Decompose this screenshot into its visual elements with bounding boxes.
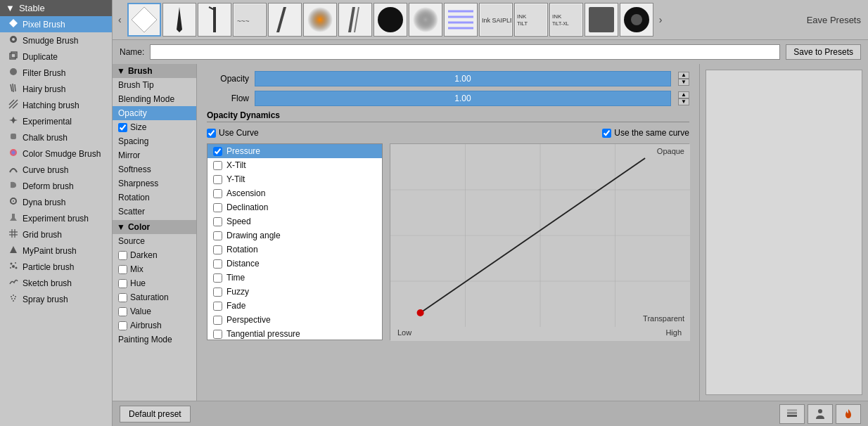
flow-down[interactable]: ▼ <box>678 98 689 105</box>
name-input[interactable] <box>150 44 780 60</box>
prop-item-rotation[interactable]: Rotation <box>113 191 196 205</box>
dynamics-item-ascension[interactable]: Ascension <box>208 186 382 200</box>
use-same-curve-label[interactable]: Use the same curve <box>602 128 689 138</box>
sidebar-item-mypaint-brush[interactable]: MyPaint brush <box>0 243 112 259</box>
dynamics-item-tangential-pressure[interactable]: Tangential pressure <box>208 327 382 340</box>
dynamics-checkbox-distance[interactable] <box>213 259 222 269</box>
brush-thumb-2[interactable] <box>198 3 231 37</box>
color-item-value[interactable]: Value <box>113 304 196 318</box>
color-item-airbrush[interactable]: Airbrush <box>113 318 196 333</box>
sidebar-item-deform-brush[interactable]: Deform brush <box>0 178 112 194</box>
brush-thumb-12[interactable]: INKTiLT-XL <box>549 3 583 37</box>
opacity-down[interactable]: ▼ <box>678 79 689 86</box>
brush-thumb-9[interactable] <box>444 3 478 37</box>
dynamics-checkbox-declination[interactable] <box>213 203 222 212</box>
prop-item-spacing[interactable]: Spacing <box>113 134 196 148</box>
prop-item-sharpness[interactable]: Sharpness <box>113 176 196 191</box>
dynamics-checkbox-drawing-angle[interactable] <box>213 231 222 240</box>
brush-thumb-14[interactable] <box>620 3 653 37</box>
sidebar-item-curve-brush[interactable]: Curve brush <box>0 162 112 178</box>
brush-thumb-7[interactable] <box>374 3 407 37</box>
dynamics-checkbox-x-tilt[interactable] <box>213 161 222 170</box>
color-item-painting-mode[interactable]: Painting Mode <box>113 333 196 347</box>
next-brush-arrow[interactable]: › <box>655 13 667 27</box>
sidebar-item-spray-brush[interactable]: Spray brush <box>0 291 112 307</box>
bottom-icon-btn-2[interactable] <box>808 404 833 424</box>
brush-thumb-10[interactable]: Ink SAIPLE <box>479 3 513 37</box>
dynamics-item-perspective[interactable]: Perspective <box>208 313 382 327</box>
use-same-curve-checkbox[interactable] <box>602 129 611 138</box>
color-checkbox-saturation[interactable] <box>118 293 127 302</box>
sidebar-item-color-smudge-brush[interactable]: Color Smudge Brush <box>0 146 112 162</box>
color-item-hue[interactable]: Hue <box>113 276 196 290</box>
dynamics-checkbox-perspective[interactable] <box>213 316 222 325</box>
color-checkbox-value[interactable] <box>118 307 127 316</box>
brush-thumb-8[interactable] <box>409 3 442 37</box>
sidebar-item-smudge-brush[interactable]: Smudge Brush <box>0 32 112 49</box>
sidebar-item-filter-brush[interactable]: Filter Brush <box>0 65 112 81</box>
sidebar-item-dyna-brush[interactable]: Dyna brush <box>0 194 112 210</box>
dynamics-item-distance[interactable]: Distance <box>208 257 382 271</box>
dynamics-checkbox-fade[interactable] <box>213 302 222 311</box>
save-presets-button[interactable]: Save to Presets <box>786 44 861 60</box>
prev-brush-arrow[interactable]: ‹ <box>114 13 126 27</box>
use-curve-checkbox[interactable] <box>207 129 216 138</box>
flow-up[interactable]: ▲ <box>678 91 689 98</box>
color-checkbox-mix[interactable] <box>118 265 127 274</box>
prop-item-mirror[interactable]: Mirror <box>113 148 196 162</box>
dynamics-checkbox-speed[interactable] <box>213 217 222 226</box>
prop-item-blending-mode[interactable]: Blending Mode <box>113 92 196 106</box>
dynamics-checkbox-fuzzy[interactable] <box>213 288 222 297</box>
prop-item-opacity[interactable]: Opacity <box>113 106 196 120</box>
brush-thumb-4[interactable] <box>268 3 302 37</box>
sidebar-item-chalk-brush[interactable]: Chalk brush <box>0 129 112 146</box>
brush-thumb-13[interactable] <box>585 3 618 37</box>
prop-item-softness[interactable]: Softness <box>113 162 196 176</box>
sidebar-item-hatching-brush[interactable]: Hatching brush <box>0 97 112 113</box>
dynamics-item-y-tilt[interactable]: Y-Tilt <box>208 172 382 186</box>
color-checkbox-hue[interactable] <box>118 279 127 288</box>
use-curve-label[interactable]: Use Curve <box>207 128 259 138</box>
brush-section-header[interactable]: ▼ Brush <box>113 64 196 78</box>
sidebar-item-pixel-brush[interactable]: Pixel Brush <box>0 16 112 32</box>
dynamics-item-speed[interactable]: Speed <box>208 214 382 228</box>
default-preset-button[interactable]: Default preset <box>120 406 191 422</box>
sidebar-item-sketch-brush[interactable]: Sketch brush <box>0 275 112 291</box>
dynamics-checkbox-tangential-pressure[interactable] <box>213 330 222 339</box>
color-item-source[interactable]: Source <box>113 234 196 248</box>
dynamics-item-x-tilt[interactable]: X-Tilt <box>208 158 382 172</box>
sidebar-item-particle-brush[interactable]: Particle brush <box>0 259 112 275</box>
color-checkbox-airbrush[interactable] <box>118 321 127 330</box>
color-item-mix[interactable]: Mix <box>113 262 196 276</box>
sidebar-item-experiment-brush[interactable]: Experiment brush <box>0 210 112 226</box>
brush-thumb-6[interactable] <box>338 3 372 37</box>
bottom-icon-btn-3[interactable] <box>836 404 861 424</box>
color-section-header[interactable]: ▼ Color <box>113 220 196 234</box>
color-item-darken[interactable]: Darken <box>113 248 196 262</box>
bottom-icon-btn-1[interactable] <box>779 404 805 424</box>
dynamics-item-time[interactable]: Time <box>208 271 382 285</box>
dynamics-item-drawing-angle[interactable]: Drawing angle <box>208 228 382 243</box>
dynamics-item-declination[interactable]: Declination <box>208 200 382 214</box>
sidebar-item-grid-brush[interactable]: Grid brush <box>0 226 112 243</box>
dynamics-item-rotation[interactable]: Rotation <box>208 243 382 257</box>
opacity-up[interactable]: ▲ <box>678 72 689 79</box>
dynamics-checkbox-rotation[interactable] <box>213 245 222 254</box>
prop-item-brush-tip[interactable]: Brush Tip <box>113 78 196 92</box>
brush-thumb-5[interactable] <box>303 3 337 37</box>
brush-thumb-3[interactable]: ~~~ <box>233 3 267 37</box>
sidebar-item-hairy-brush[interactable]: Hairy brush <box>0 81 112 97</box>
dynamics-checkbox-ascension[interactable] <box>213 189 222 198</box>
brush-thumb-1[interactable] <box>162 3 196 37</box>
prop-item-scatter[interactable]: Scatter <box>113 205 196 219</box>
brush-thumb-0[interactable] <box>127 3 161 37</box>
dynamics-checkbox-time[interactable] <box>213 273 222 283</box>
flow-slider[interactable]: 1.00 <box>255 91 671 106</box>
dynamics-item-pressure[interactable]: Pressure <box>208 144 382 158</box>
dynamics-checkbox-pressure[interactable] <box>213 147 222 156</box>
color-checkbox-darken[interactable] <box>118 251 127 260</box>
sidebar-item-experimental[interactable]: Experimental <box>0 113 112 129</box>
dynamics-item-fade[interactable]: Fade <box>208 299 382 313</box>
opacity-slider[interactable]: 1.00 <box>255 71 671 86</box>
dynamics-dropdown[interactable]: PressureX-TiltY-TiltAscensionDeclination… <box>207 143 383 340</box>
